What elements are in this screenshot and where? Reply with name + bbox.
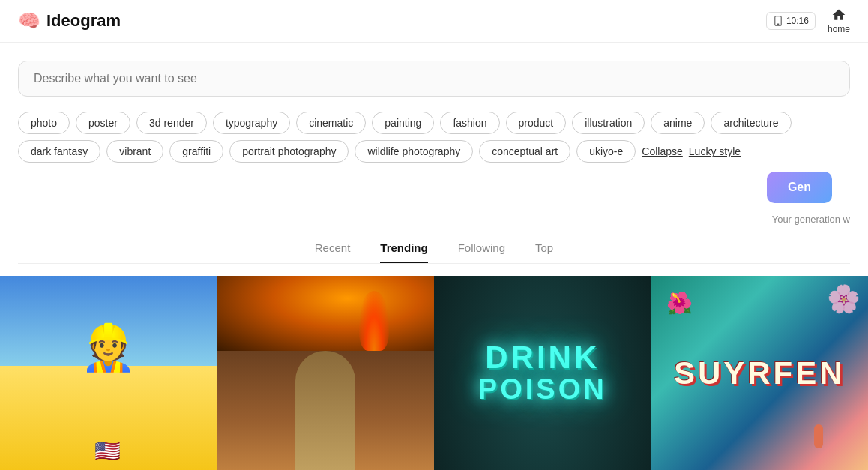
- home-button[interactable]: home: [828, 7, 850, 34]
- search-input[interactable]: [34, 72, 834, 85]
- tab-recent[interactable]: Recent: [315, 241, 351, 263]
- card-image-minions: 👷 🇺🇸: [0, 276, 217, 470]
- tag-poster[interactable]: poster: [76, 112, 130, 134]
- tab-top[interactable]: Top: [535, 241, 553, 263]
- tag-cinematic[interactable]: cinematic: [296, 112, 366, 134]
- card-image-drink: DRINK POISON: [434, 276, 651, 470]
- tag-dark-fantasy[interactable]: dark fantasy: [18, 140, 100, 163]
- tag-architecture[interactable]: architecture: [711, 112, 791, 134]
- surf-word: SUYRFEN: [674, 355, 846, 391]
- logo-area: 🧠 Ideogram: [18, 10, 121, 31]
- tag-portrait-photography[interactable]: portrait photography: [229, 140, 349, 163]
- surf-flower: 🌸: [827, 283, 861, 315]
- surf-flower2: 🌺: [666, 291, 693, 316]
- tag-illustration[interactable]: illustration: [572, 112, 645, 134]
- search-wrapper[interactable]: [18, 61, 850, 97]
- tag-photo[interactable]: photo: [18, 112, 70, 134]
- surf-person: [814, 424, 823, 448]
- time-display: 10:16: [786, 16, 809, 26]
- header-right: 10:16 home: [766, 7, 850, 34]
- grid-card-surf[interactable]: SUYRFEN 🌸 🌺: [651, 276, 869, 470]
- tag-conceptual-art[interactable]: conceptual art: [479, 140, 570, 163]
- tag-product[interactable]: product: [506, 112, 567, 134]
- tag-wildlife-photography[interactable]: wildlife photography: [355, 140, 473, 163]
- card-image-surf: SUYRFEN 🌸 🌺: [651, 276, 869, 470]
- tag-fashion[interactable]: fashion: [440, 112, 499, 134]
- grid-card-drink[interactable]: DRINK POISON: [434, 276, 651, 470]
- fire-visual: [359, 291, 389, 351]
- svg-rect-1: [777, 24, 780, 25]
- tags-row2: dark fantasyvibrantgraffitiportrait phot…: [18, 140, 850, 163]
- mobile-icon: [773, 16, 783, 26]
- header: 🧠 Ideogram 10:16 home: [0, 0, 868, 43]
- tag-3d-render[interactable]: 3d render: [136, 112, 207, 134]
- collapse-button[interactable]: Collapse: [642, 145, 682, 157]
- logo-icon: 🧠: [18, 10, 40, 31]
- tab-trending[interactable]: Trending: [380, 241, 427, 263]
- home-icon: [831, 7, 846, 22]
- tag-painting[interactable]: painting: [372, 112, 434, 134]
- image-grid: 👷 🇺🇸 Moses holding a commandment made of…: [0, 264, 868, 470]
- grid-card-minions[interactable]: 👷 🇺🇸: [0, 276, 217, 470]
- tags-row1: photoposter3d rendertypographycinematicp…: [18, 112, 850, 134]
- tags-area: photoposter3d rendertypographycinematicp…: [0, 106, 868, 172]
- lucky-style-button[interactable]: Lucky style: [689, 145, 741, 157]
- drink-text: DRINK: [478, 342, 607, 373]
- home-label: home: [828, 24, 850, 34]
- logo-text: Ideogram: [46, 11, 121, 31]
- card-image-moses: [217, 276, 435, 470]
- tabs-area: RecentTrendingFollowingTop: [18, 229, 850, 264]
- tag-anime[interactable]: anime: [651, 112, 705, 134]
- moses-figure: [295, 351, 355, 470]
- generate-area: Gen: [0, 172, 868, 209]
- tag-graffiti[interactable]: graffiti: [169, 140, 223, 163]
- tag-vibrant[interactable]: vibrant: [106, 140, 163, 163]
- grid-card-moses[interactable]: Moses holding a commandment made of ston…: [217, 276, 435, 470]
- search-area: [0, 43, 868, 106]
- generation-notice: Your generation w: [0, 209, 868, 229]
- tab-following[interactable]: Following: [458, 241, 505, 263]
- generate-button[interactable]: Gen: [767, 172, 832, 203]
- tag-typography[interactable]: typography: [213, 112, 290, 134]
- poison-text: POISON: [478, 373, 607, 406]
- tag-ukiyo-e[interactable]: ukiyo-e: [576, 140, 636, 163]
- time-badge: 10:16: [766, 12, 816, 30]
